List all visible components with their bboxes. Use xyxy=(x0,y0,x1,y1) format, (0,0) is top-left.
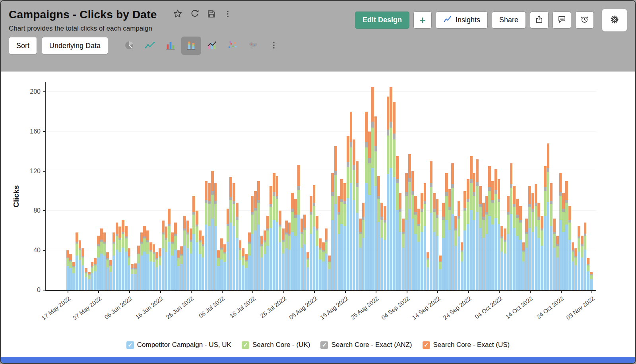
stacked-bar[interactable] xyxy=(399,82,402,290)
stacked-bar[interactable] xyxy=(245,82,248,290)
stacked-bar[interactable] xyxy=(559,82,562,290)
stacked-bar[interactable] xyxy=(553,82,556,290)
stacked-bar[interactable] xyxy=(137,82,140,290)
stacked-bar[interactable] xyxy=(100,82,103,290)
stacked-bar[interactable] xyxy=(504,82,506,290)
edit-design-button[interactable]: Edit Design xyxy=(355,12,409,29)
stacked-bar[interactable] xyxy=(125,82,128,290)
stacked-bar[interactable] xyxy=(476,82,479,290)
stacked-bar[interactable] xyxy=(159,82,161,290)
stacked-bar[interactable] xyxy=(270,82,272,290)
stacked-bar[interactable] xyxy=(282,82,285,290)
underlying-data-button[interactable]: Underlying Data xyxy=(42,37,108,54)
stacked-bar[interactable] xyxy=(430,82,432,290)
legend-checkbox[interactable]: ✓ xyxy=(320,341,328,349)
stacked-bar[interactable] xyxy=(217,82,220,290)
stacked-bar[interactable] xyxy=(421,82,423,290)
stacked-bar[interactable] xyxy=(525,82,528,290)
stacked-bar[interactable] xyxy=(297,82,300,290)
stacked-bar[interactable] xyxy=(273,82,275,290)
stacked-bar[interactable] xyxy=(112,82,115,290)
legend-checkbox[interactable]: ✓ xyxy=(242,341,249,349)
stacked-bar[interactable] xyxy=(451,82,454,290)
stacked-bar[interactable] xyxy=(316,82,318,290)
stacked-bar[interactable] xyxy=(541,82,543,290)
stacked-bar[interactable] xyxy=(134,82,137,290)
stacked-bar[interactable] xyxy=(365,82,368,290)
stacked-bar[interactable] xyxy=(584,82,587,290)
stacked-bar[interactable] xyxy=(498,82,500,290)
more-options-button[interactable] xyxy=(222,8,234,21)
stacked-bar[interactable] xyxy=(544,82,547,290)
stacked-bar[interactable] xyxy=(319,82,322,290)
stacked-bar[interactable] xyxy=(424,82,427,290)
stacked-bar[interactable] xyxy=(461,82,463,290)
stacked-bar[interactable] xyxy=(371,82,374,290)
stacked-bar[interactable] xyxy=(356,82,359,290)
stacked-bar[interactable] xyxy=(306,82,309,290)
stacked-bar[interactable] xyxy=(325,82,328,290)
stacked-bar[interactable] xyxy=(347,82,349,290)
stacked-bar[interactable] xyxy=(76,82,78,290)
stacked-bar[interactable] xyxy=(94,82,97,290)
stacked-bar[interactable] xyxy=(208,82,211,290)
stacked-bar[interactable] xyxy=(562,82,565,290)
stacked-bar[interactable] xyxy=(454,82,457,290)
stacked-bar[interactable] xyxy=(239,82,242,290)
stacked-bar[interactable] xyxy=(350,82,353,290)
stacked-bar[interactable] xyxy=(491,82,494,290)
stacked-bar[interactable] xyxy=(436,82,439,290)
stacked-bar[interactable] xyxy=(174,82,177,290)
stacked-bar[interactable] xyxy=(488,82,491,290)
stacked-bar[interactable] xyxy=(69,82,72,290)
stacked-bar[interactable] xyxy=(405,82,408,290)
stacked-bar[interactable] xyxy=(581,82,584,290)
chart-type-map-button[interactable] xyxy=(243,37,263,55)
legend-checkbox[interactable]: ✓ xyxy=(423,341,430,349)
stacked-bar[interactable] xyxy=(473,82,476,290)
stacked-bar[interactable] xyxy=(368,82,371,290)
stacked-bar[interactable] xyxy=(485,82,488,290)
stacked-bar[interactable] xyxy=(257,82,260,290)
legend-item[interactable]: ✓Search Core - Exact (US) xyxy=(423,341,510,349)
settings-button[interactable] xyxy=(607,12,622,29)
stacked-bar[interactable] xyxy=(118,82,121,290)
stacked-bar[interactable] xyxy=(301,82,303,290)
stacked-bar[interactable] xyxy=(199,82,202,290)
refresh-button[interactable] xyxy=(188,8,201,21)
stacked-bar[interactable] xyxy=(72,82,75,290)
stacked-bar[interactable] xyxy=(550,82,553,290)
chart-type-line-button[interactable] xyxy=(140,37,160,55)
stacked-bar[interactable] xyxy=(205,82,207,290)
stacked-bar[interactable] xyxy=(359,82,362,290)
chart-type-scatter-button[interactable] xyxy=(223,37,242,55)
stacked-bar[interactable] xyxy=(155,82,158,290)
stacked-bar[interactable] xyxy=(140,82,143,290)
stacked-bar[interactable] xyxy=(384,82,386,290)
stacked-bar[interactable] xyxy=(411,82,414,290)
stacked-bar[interactable] xyxy=(254,82,257,290)
save-button[interactable] xyxy=(205,8,218,21)
stacked-bar[interactable] xyxy=(547,82,550,290)
legend-checkbox[interactable]: ✓ xyxy=(126,341,134,349)
stacked-bar[interactable] xyxy=(408,82,411,290)
stacked-bar[interactable] xyxy=(251,82,254,290)
stacked-bar[interactable] xyxy=(180,82,183,290)
stacked-bar[interactable] xyxy=(380,82,383,290)
alert-button[interactable] xyxy=(575,12,594,29)
stacked-bar[interactable] xyxy=(242,82,244,290)
stacked-bar[interactable] xyxy=(81,82,84,290)
stacked-bar[interactable] xyxy=(537,82,540,290)
stacked-bar[interactable] xyxy=(153,82,155,290)
share-button[interactable]: Share xyxy=(492,12,526,29)
stacked-bar[interactable] xyxy=(229,82,232,290)
stacked-bar[interactable] xyxy=(353,82,355,290)
stacked-bar[interactable] xyxy=(66,82,69,290)
stacked-bar[interactable] xyxy=(88,82,91,290)
stacked-bar[interactable] xyxy=(479,82,482,290)
stacked-bar[interactable] xyxy=(177,82,180,290)
stacked-bar[interactable] xyxy=(313,82,316,290)
stacked-bar[interactable] xyxy=(482,82,485,290)
add-button[interactable]: + xyxy=(413,12,432,29)
stacked-bar[interactable] xyxy=(572,82,574,290)
